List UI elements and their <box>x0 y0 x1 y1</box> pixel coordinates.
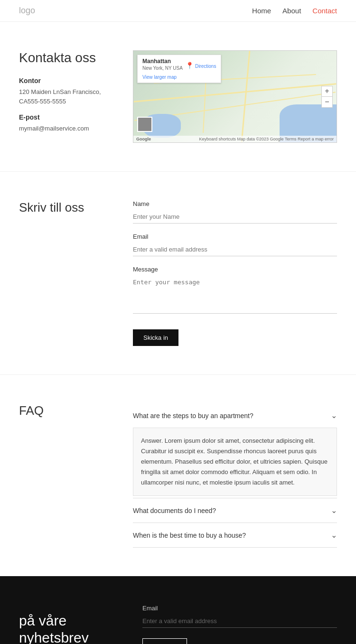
message-label: Message <box>133 266 337 273</box>
nav-home[interactable]: Home <box>252 7 271 15</box>
write-section: Skriv till oss Name Email Message Skicka… <box>0 171 356 374</box>
newsletter-form: Email Skicka in <box>142 605 337 644</box>
faq-section: FAQ What are the steps to buy an apartme… <box>0 374 356 576</box>
contact-info: Kontakta oss Kontor 120 Maiden LnSan Fra… <box>19 50 114 141</box>
map-footer: Google Keyboard shortcuts Map data ©2023… <box>133 136 337 142</box>
map-thumbnail <box>137 117 152 132</box>
faq-chevron-2: ⌄ <box>331 506 337 515</box>
contact-form: Name Email Message Skicka in <box>133 200 337 346</box>
newsletter-section: på våre nyhetsbrev Email Skicka in <box>0 576 356 644</box>
faq-question-text-2: What documents do I need? <box>133 507 216 514</box>
contact-heading: Kontakta oss <box>19 50 114 65</box>
newsletter-email-input[interactable] <box>142 615 337 628</box>
contact-email: mymail@mailservice.com <box>19 124 114 133</box>
faq-question-2[interactable]: What documents do I need? ⌄ <box>133 498 337 523</box>
map-zoom-out[interactable]: − <box>322 97 332 107</box>
newsletter-heading-container: på våre nyhetsbrev <box>19 612 123 644</box>
faq-question-3[interactable]: When is the best time to buy a house? ⌄ <box>133 523 337 547</box>
faq-item-3: When is the best time to buy a house? ⌄ <box>133 523 337 548</box>
submit-button[interactable]: Skicka in <box>133 329 178 346</box>
name-label: Name <box>133 200 337 207</box>
contact-section: Kontakta oss Kontor 120 Maiden LnSan Fra… <box>0 22 356 171</box>
write-heading-container: Skriv till oss <box>19 200 114 346</box>
faq-question-1[interactable]: What are the steps to buy an apartment? … <box>133 403 337 428</box>
map-road-v1 <box>241 51 251 142</box>
newsletter-heading: på våre nyhetsbrev <box>19 612 123 644</box>
faq-chevron-1: ⌄ <box>331 411 337 420</box>
contact-address: 120 Maiden LnSan Francisco, CA555-555-55… <box>19 87 114 106</box>
nav-contact[interactable]: Contact <box>312 7 337 15</box>
map-container: Manhattan New York, NY USA 📍 Directions … <box>133 50 337 143</box>
faq-item-2: What documents do I need? ⌄ <box>133 498 337 523</box>
map-place-name: Manhattan <box>142 58 183 65</box>
office-label: Kontor <box>19 77 114 84</box>
email-label: Email <box>133 233 337 240</box>
map-road-h1 <box>134 83 337 102</box>
faq-answer-1: Answer. Lorem ipsum dolor sit amet, cons… <box>133 428 337 496</box>
newsletter-email-label: Email <box>142 605 337 612</box>
map-pin-icon: 📍 <box>186 62 194 69</box>
map-footer-text: Keyboard shortcuts Map data ©2023 Google… <box>199 137 334 141</box>
map-view-larger-link[interactable]: View larger map <box>142 75 216 80</box>
navigation: logo Home About Contact <box>0 0 356 22</box>
faq-chevron-3: ⌄ <box>331 531 337 540</box>
faq-question-text-3: When is the best time to buy a house? <box>133 532 246 539</box>
faq-item-1: What are the steps to buy an apartment? … <box>133 403 337 498</box>
email-input[interactable] <box>133 243 337 256</box>
name-field-group: Name <box>133 200 337 224</box>
write-heading: Skriv till oss <box>19 200 114 215</box>
map-overlay-header: Manhattan New York, NY USA 📍 Directions <box>142 58 216 73</box>
map-place-sub: New York, NY USA <box>142 65 183 71</box>
faq-heading-container: FAQ <box>19 403 114 548</box>
message-field-group: Message <box>133 266 337 315</box>
nav-about[interactable]: About <box>282 7 301 15</box>
map-directions-link[interactable]: Directions <box>195 64 216 69</box>
logo: logo <box>19 6 35 16</box>
map-zoom-in[interactable]: + <box>322 86 332 97</box>
map-container-wrapper: Manhattan New York, NY USA 📍 Directions … <box>133 50 337 143</box>
map-zoom-controls: + − <box>321 86 333 108</box>
newsletter-email-group: Email <box>142 605 337 628</box>
email-label: E-post <box>19 113 114 121</box>
faq-list: What are the steps to buy an apartment? … <box>133 403 337 548</box>
name-input[interactable] <box>133 210 337 224</box>
nav-links: Home About Contact <box>252 7 337 15</box>
map-overlay: Manhattan New York, NY USA 📍 Directions … <box>137 55 221 83</box>
faq-question-text-1: What are the steps to buy an apartment? <box>133 412 253 420</box>
email-field-group: Email <box>133 233 337 256</box>
message-input[interactable] <box>133 276 337 314</box>
faq-heading: FAQ <box>19 403 114 418</box>
newsletter-submit-button[interactable]: Skicka in <box>142 638 187 644</box>
google-logo: Google <box>136 137 151 141</box>
